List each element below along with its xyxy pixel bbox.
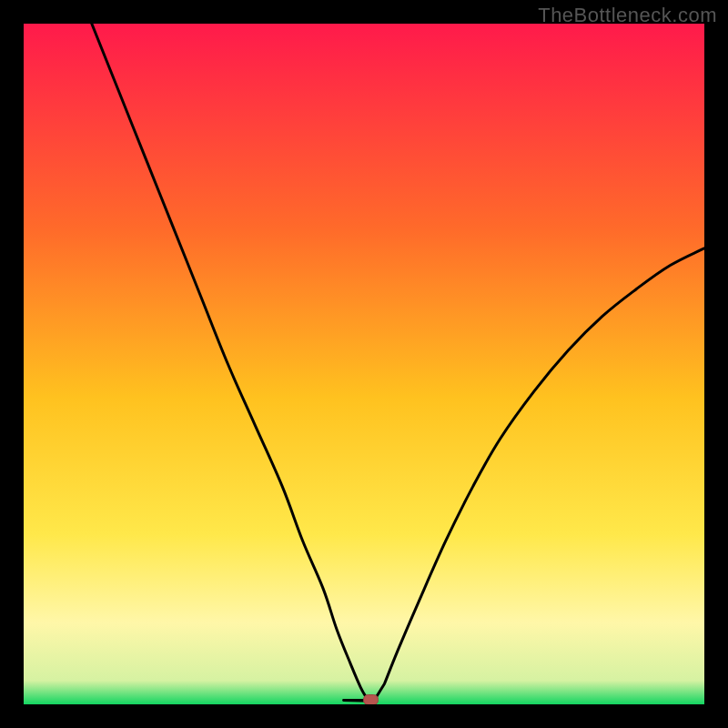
optimal-point-marker bbox=[363, 695, 378, 704]
plot-area bbox=[24, 24, 704, 704]
chart-svg bbox=[24, 24, 704, 704]
gradient-background bbox=[24, 24, 704, 704]
chart-frame: TheBottleneck.com bbox=[0, 0, 728, 728]
